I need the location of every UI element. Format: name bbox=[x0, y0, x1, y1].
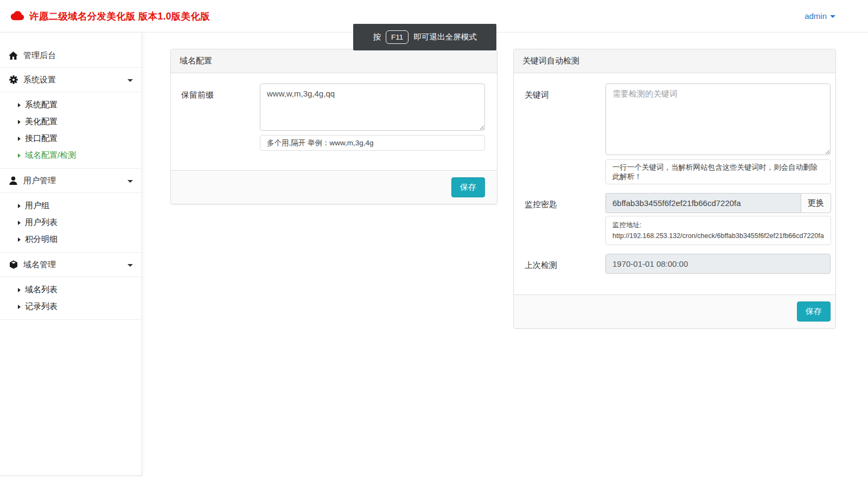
triangle-right-icon bbox=[18, 305, 21, 309]
submenu-domain-management: 域名列表 记录列表 bbox=[0, 277, 142, 320]
panel-footer: 保存 bbox=[514, 294, 835, 328]
sidebar-item-user-management[interactable]: 用户管理 bbox=[0, 169, 142, 193]
submenu-user-management: 用户组 用户列表 积分明细 bbox=[0, 193, 142, 253]
triangle-right-icon bbox=[18, 221, 21, 225]
brand: 许愿二级域名分发美化版 版本1.0版美化版 bbox=[0, 10, 210, 23]
submenu-system-settings: 系统配置 美化配置 接口配置 域名配置/检测 bbox=[0, 92, 142, 169]
sidebar-item-user-list[interactable]: 用户列表 bbox=[0, 214, 142, 231]
sidebar-item-user-groups[interactable]: 用户组 bbox=[0, 197, 142, 214]
user-dropdown[interactable]: admin bbox=[805, 11, 835, 21]
monitor-url-line2: http://192.168.253.132/cron/check/6bffab… bbox=[612, 230, 824, 241]
triangle-right-icon bbox=[18, 153, 21, 158]
sidebar-item-label: 系统设置 bbox=[23, 75, 122, 85]
username: admin bbox=[805, 11, 827, 21]
cube-icon bbox=[9, 260, 18, 269]
domain-config-panel: 域名配置 保留前缀 www,w,m,3g,4g,qq 多个用,隔开 举例：www… bbox=[170, 49, 497, 204]
chevron-down-icon bbox=[830, 15, 835, 18]
sidebar-item-beautify-config[interactable]: 美化配置 bbox=[0, 113, 142, 130]
sidebar-item-label: 用户管理 bbox=[23, 176, 122, 186]
submenu-label: 系统配置 bbox=[25, 100, 58, 110]
sidebar-item-points-detail[interactable]: 积分明细 bbox=[0, 231, 142, 248]
triangle-right-icon bbox=[18, 204, 21, 208]
user-icon bbox=[9, 176, 18, 185]
submenu-label: 用户组 bbox=[25, 201, 49, 211]
submenu-label: 域名列表 bbox=[25, 285, 58, 295]
fullscreen-exit-toast: 按 F11 即可退出全屏模式 bbox=[353, 24, 496, 50]
home-icon bbox=[9, 52, 18, 60]
submenu-label: 记录列表 bbox=[25, 301, 58, 312]
submenu-label: 接口配置 bbox=[25, 133, 58, 144]
sidebar-item-label: 域名管理 bbox=[23, 260, 122, 270]
last-check-label: 上次检测 bbox=[525, 254, 605, 274]
triangle-right-icon bbox=[18, 137, 21, 141]
last-check-input bbox=[605, 254, 831, 274]
panel-footer: 保存 bbox=[171, 170, 497, 204]
f11-keycap: F11 bbox=[386, 30, 409, 44]
sidebar-item-record-list[interactable]: 记录列表 bbox=[0, 298, 142, 315]
submenu-label: 用户列表 bbox=[25, 217, 58, 228]
chevron-down-icon bbox=[127, 79, 133, 82]
triangle-right-icon bbox=[18, 288, 21, 292]
keyword-detect-panel: 关键词自动检测 关键词 一行一个关键词，当解析网站包含这些关键词时，则会自动删除… bbox=[513, 49, 836, 329]
panel-title: 关键词自动检测 bbox=[514, 49, 835, 73]
monitor-key-label: 监控密匙 bbox=[525, 193, 605, 245]
reserved-prefix-textarea[interactable]: www,w,m,3g,4g,qq bbox=[260, 84, 485, 131]
submenu-label: 积分明细 bbox=[25, 234, 58, 245]
sidebar-item-domain-list[interactable]: 域名列表 bbox=[0, 281, 142, 298]
cloud-icon bbox=[10, 10, 24, 22]
sidebar: 管理后台 系统设置 bbox=[0, 33, 142, 476]
chevron-down-icon bbox=[127, 264, 133, 267]
triangle-right-icon bbox=[18, 103, 21, 107]
save-button[interactable]: 保存 bbox=[451, 177, 485, 197]
monitor-key-input[interactable] bbox=[605, 193, 801, 213]
panel-title: 域名配置 bbox=[171, 49, 497, 73]
keyword-help: 一行一个关键词，当解析网站包含这些关键词时，则会自动删除此解析！ bbox=[605, 159, 831, 184]
sidebar-item-domain-config-check[interactable]: 域名配置/检测 bbox=[0, 147, 142, 164]
toast-suffix: 即可退出全屏模式 bbox=[413, 32, 476, 42]
admin-page: 许愿二级域名分发美化版 版本1.0版美化版 admin 管理后台 bbox=[0, 0, 868, 488]
change-key-button[interactable]: 更换 bbox=[801, 193, 831, 213]
sidebar-item-dashboard[interactable]: 管理后台 bbox=[0, 43, 142, 68]
triangle-right-icon bbox=[18, 237, 21, 242]
sidebar-item-system-config[interactable]: 系统配置 bbox=[0, 97, 142, 113]
toast-prefix: 按 bbox=[373, 32, 381, 42]
keyword-textarea[interactable] bbox=[605, 84, 831, 155]
gear-icon bbox=[9, 75, 18, 84]
monitor-url-line1: 监控地址: bbox=[612, 220, 824, 230]
sidebar-item-domain-management[interactable]: 域名管理 bbox=[0, 253, 142, 277]
keyword-label: 关键词 bbox=[525, 84, 605, 184]
chevron-down-icon bbox=[127, 180, 133, 183]
monitor-url-help: 监控地址: http://192.168.253.132/cron/check/… bbox=[605, 216, 831, 245]
sidebar-item-api-config[interactable]: 接口配置 bbox=[0, 130, 142, 147]
submenu-label: 域名配置/检测 bbox=[25, 150, 76, 160]
reserved-prefix-label: 保留前缀 bbox=[181, 84, 260, 151]
sidebar-item-system-settings[interactable]: 系统设置 bbox=[0, 68, 142, 92]
triangle-right-icon bbox=[18, 120, 21, 124]
panel-body: 关键词 一行一个关键词，当解析网站包含这些关键词时，则会自动删除此解析！ 监控密… bbox=[514, 73, 835, 294]
sidebar-item-label: 管理后台 bbox=[23, 50, 133, 61]
submenu-label: 美化配置 bbox=[25, 117, 58, 127]
panel-body: 保留前缀 www,w,m,3g,4g,qq 多个用,隔开 举例：www,m,3g… bbox=[171, 73, 497, 170]
save-button[interactable]: 保存 bbox=[797, 301, 831, 322]
reserved-prefix-help: 多个用,隔开 举例：www,m,3g,4g bbox=[260, 135, 485, 151]
brand-title: 许愿二级域名分发美化版 版本1.0版美化版 bbox=[29, 10, 210, 23]
